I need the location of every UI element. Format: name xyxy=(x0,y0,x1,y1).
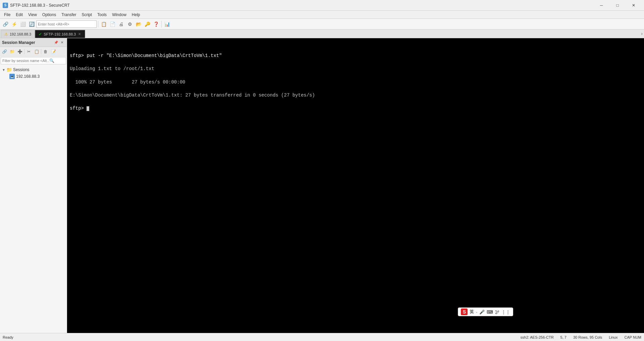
tab-sftp-192-168-88-3[interactable]: ✔ SFTP-192.168.88.3 ✕ xyxy=(35,30,85,38)
session-folder-btn[interactable]: 📁 xyxy=(8,48,16,55)
status-size: 30 Rows, 95 Cols xyxy=(573,335,602,339)
status-bar: Ready ssh2: AES-256-CTR 5, 7 30 Rows, 95… xyxy=(0,333,644,341)
toolbar-sftp-btn[interactable]: 📂 xyxy=(135,20,143,28)
ime-dot: · xyxy=(476,309,477,315)
tab-ok-icon: ✔ xyxy=(39,32,42,37)
terminal-area[interactable]: sftp> put -r "E:\Simon\Document\bigData\… xyxy=(67,38,644,333)
ime-keyboard-icon[interactable]: ⌨ xyxy=(487,309,493,315)
tree-item-192-168-88-3[interactable]: 💻 192.168.88.3 xyxy=(0,73,67,80)
toolbar-sep-2 xyxy=(161,21,162,27)
toolbar-help-btn[interactable]: ❓ xyxy=(152,20,160,28)
toolbar-key-btn[interactable]: 🔑 xyxy=(143,20,151,28)
toolbar-print-btn[interactable]: 🖨 xyxy=(117,20,125,28)
ime-lang: 英 xyxy=(470,309,474,315)
menu-item-edit[interactable]: Edit xyxy=(13,12,25,18)
terminal-line-2: Uploading 1.txt to /root/1.txt xyxy=(70,66,641,72)
session-delete-btn[interactable]: 🗑 xyxy=(42,48,49,55)
tab-scroll-arrow[interactable]: › xyxy=(641,31,643,36)
tree-folder-icon: 📁 xyxy=(6,67,12,72)
terminal-cursor xyxy=(87,106,89,111)
toolbar-paste-btn[interactable]: 📄 xyxy=(108,20,116,28)
tab-1-label: 192.168.88.3 xyxy=(10,32,31,36)
terminal-line-4: E:\Simon\Document\bigData\CrtToVm\1.txt:… xyxy=(70,92,641,99)
terminal-output: sftp> put -r "E:\Simon\Document\bigData\… xyxy=(70,40,641,125)
tree-group-label: Sessions xyxy=(13,67,30,72)
ime-extra-icon1[interactable]: 🕊 xyxy=(495,309,499,315)
status-right: ssh2: AES-256-CTR 5, 7 30 Rows, 95 Cols … xyxy=(521,335,641,339)
toolbar: 🔗 ⚡ ⬜ 🔄 📋 📄 🖨 ⚙ 📂 🔑 ❓ 📊 xyxy=(0,19,644,30)
menu-item-view[interactable]: View xyxy=(25,12,40,18)
session-toolbar: 🔗 📁 ➕ ✂ 📋 🗑 📝 xyxy=(0,47,67,56)
window-title: SFTP-192.168.88.3 - SecureCRT xyxy=(10,3,70,8)
terminal-line-1: sftp> put -r "E:\Simon\Document\bigData\… xyxy=(70,53,641,59)
tree-item-icon: 💻 xyxy=(9,74,15,79)
tab-bar: ⚠ 192.168.88.3 ✔ SFTP-192.168.88.3 ✕ › xyxy=(0,30,644,38)
session-cut-btn[interactable]: ✂ xyxy=(25,48,33,55)
toolbar-settings-btn[interactable]: ⚙ xyxy=(126,20,134,28)
session-tb-sep xyxy=(24,49,24,54)
host-input[interactable] xyxy=(36,20,97,28)
toolbar-copy-btn[interactable]: 📋 xyxy=(100,20,108,28)
session-panel: Session Manager 📌 ✕ 🔗 📁 ➕ ✂ 📋 🗑 📝 🔍 ▼ xyxy=(0,38,67,333)
title-bar: S SFTP-192.168.88.3 - SecureCRT ─ □ ✕ xyxy=(0,0,644,11)
tree-group-sessions: ▼ 📁 Sessions 💻 192.168.88.3 xyxy=(0,66,67,80)
session-add-btn[interactable]: ➕ xyxy=(16,48,23,55)
tree-expand-arrow: ▼ xyxy=(2,68,5,72)
toolbar-extra-btn[interactable]: 📊 xyxy=(163,20,171,28)
status-encryption: ssh2: AES-256-CTR xyxy=(521,335,554,339)
toolbar-lightning-btn[interactable]: ⚡ xyxy=(10,20,18,28)
session-connect-btn[interactable]: 🔗 xyxy=(1,48,8,55)
status-mode: CAP NUM xyxy=(624,335,641,339)
tab-2-label: SFTP-192.168.88.3 xyxy=(44,32,76,36)
tree-group-header[interactable]: ▼ 📁 Sessions xyxy=(0,66,67,73)
status-ready: Ready xyxy=(3,335,13,339)
menu-item-transfer[interactable]: Transfer xyxy=(59,12,79,18)
session-copy-btn[interactable]: 📋 xyxy=(33,48,40,55)
menu-bar: FileEditViewOptionsTransferScriptToolsWi… xyxy=(0,11,644,19)
ime-mic-icon[interactable]: 🎤 xyxy=(479,309,485,315)
maximize-button[interactable]: □ xyxy=(610,0,625,11)
session-panel-pin-btn[interactable]: 📌 xyxy=(53,40,59,45)
ime-logo: S xyxy=(461,308,468,315)
toolbar-sep-1 xyxy=(98,21,98,27)
search-icon[interactable]: 🔍 xyxy=(49,58,54,63)
toolbar-clone-btn[interactable]: ⬜ xyxy=(19,20,27,28)
minimize-button[interactable]: ─ xyxy=(594,0,609,11)
menu-item-options[interactable]: Options xyxy=(40,12,59,18)
session-panel-title: Session Manager xyxy=(2,40,35,45)
status-os: Linux xyxy=(609,335,618,339)
tab-close-btn[interactable]: ✕ xyxy=(77,32,82,36)
ime-bar: S 英 · 🎤 ⌨ 🕊 ⋮⋮ xyxy=(458,307,513,316)
menu-item-tools[interactable]: Tools xyxy=(95,12,109,18)
session-tb-sep2 xyxy=(41,49,41,54)
tab-192-168-88-3[interactable]: ⚠ 192.168.88.3 xyxy=(1,30,35,38)
tree-item-label: 192.168.88.3 xyxy=(16,74,40,79)
status-position: 5, 7 xyxy=(560,335,567,339)
terminal-line-3: 100% 27 bytes 27 bytes/s 00:00:00 xyxy=(70,79,641,86)
session-panel-controls: 📌 ✕ xyxy=(53,40,65,45)
session-panel-close-btn[interactable]: ✕ xyxy=(59,40,65,45)
main-area: Session Manager 📌 ✕ 🔗 📁 ➕ ✂ 📋 🗑 📝 🔍 ▼ xyxy=(0,38,644,333)
session-panel-header: Session Manager 📌 ✕ xyxy=(0,38,67,47)
toolbar-connect-btn[interactable]: 🔗 xyxy=(1,20,9,28)
close-button[interactable]: ✕ xyxy=(626,0,641,11)
menu-item-script[interactable]: Script xyxy=(79,12,95,18)
session-props-btn[interactable]: 📝 xyxy=(50,48,57,55)
search-box: 🔍 xyxy=(1,57,66,64)
session-search-input[interactable] xyxy=(2,59,49,63)
menu-item-help[interactable]: Help xyxy=(129,12,143,18)
terminal-line-5: sftp> xyxy=(70,105,641,112)
sessions-tree: ▼ 📁 Sessions 💻 192.168.88.3 xyxy=(0,65,67,333)
title-controls: ─ □ ✕ xyxy=(594,0,641,11)
ime-extra-icon2[interactable]: ⋮⋮ xyxy=(501,309,510,315)
menu-item-window[interactable]: Window xyxy=(109,12,129,18)
app-icon: S xyxy=(3,3,8,8)
toolbar-reconnect-btn[interactable]: 🔄 xyxy=(28,20,36,28)
menu-item-file[interactable]: File xyxy=(1,12,13,18)
tab-warning-icon: ⚠ xyxy=(4,32,8,37)
title-bar-left: S SFTP-192.168.88.3 - SecureCRT xyxy=(3,3,70,8)
